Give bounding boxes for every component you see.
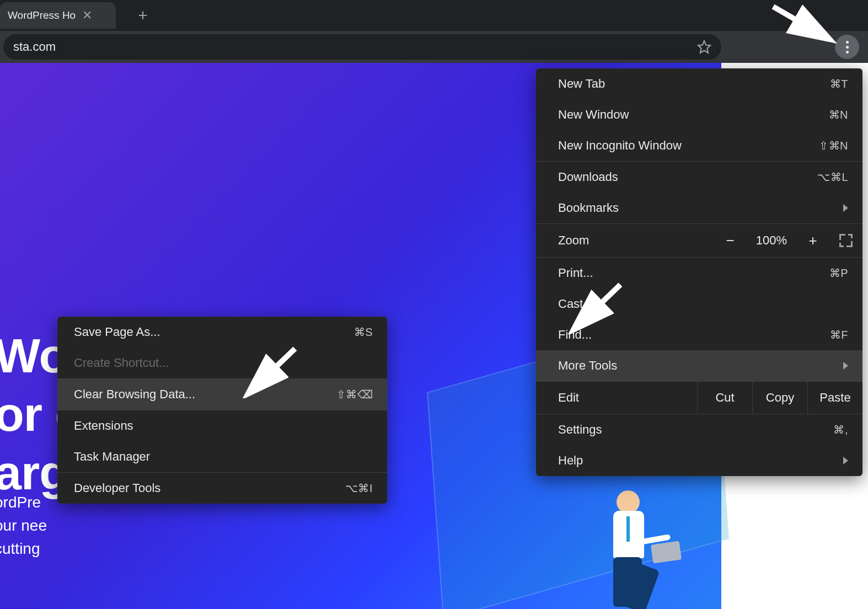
shortcut: ⌘S bbox=[354, 325, 373, 339]
shortcut: ⌘F bbox=[830, 328, 848, 341]
chrome-menu: New Tab ⌘T New Window ⌘N New Incognito W… bbox=[536, 68, 862, 476]
kebab-icon bbox=[846, 41, 849, 54]
hero-subtext: ordPre our nee cutting bbox=[0, 491, 47, 560]
menu-label: Task Manager bbox=[74, 450, 150, 464]
bookmark-star-icon[interactable] bbox=[697, 40, 711, 54]
menu-incognito[interactable]: New Incognito Window ⇧⌘N bbox=[536, 130, 862, 161]
browser-tab[interactable]: WordPress Ho ✕ bbox=[0, 2, 116, 29]
zoom-value: 100% bbox=[747, 233, 796, 248]
edit-copy-button[interactable]: Copy bbox=[752, 382, 807, 414]
more-tools-submenu: Save Page As... ⌘S Create Shortcut... Cl… bbox=[57, 317, 387, 504]
shortcut: ⌘, bbox=[833, 423, 848, 436]
menu-label: Downloads bbox=[558, 170, 618, 184]
new-tab-button[interactable]: + bbox=[131, 4, 154, 27]
address-bar: sta.com bbox=[0, 31, 868, 63]
menu-label: Find... bbox=[558, 328, 592, 342]
tab-title: WordPress Ho bbox=[8, 9, 76, 22]
zoom-out-button[interactable]: − bbox=[714, 224, 747, 257]
menu-downloads[interactable]: Downloads ⌥⌘L bbox=[536, 162, 862, 193]
submenu-developer-tools[interactable]: Developer Tools ⌥⌘I bbox=[57, 473, 387, 504]
shortcut: ⇧⌘N bbox=[819, 139, 848, 152]
menu-help[interactable]: Help bbox=[536, 445, 862, 476]
submenu-clear-browsing-data[interactable]: Clear Browsing Data... ⇧⌘⌫ bbox=[57, 379, 387, 410]
menu-find[interactable]: Find... ⌘F bbox=[536, 319, 862, 350]
menu-edit-row: Edit Cut Copy Paste bbox=[536, 382, 862, 414]
menu-label: Settings bbox=[558, 423, 602, 437]
menu-more-tools[interactable]: More Tools bbox=[536, 350, 862, 381]
edit-label: Edit bbox=[536, 391, 697, 405]
edit-cut-button[interactable]: Cut bbox=[697, 382, 752, 414]
chevron-right-icon bbox=[843, 204, 848, 212]
shortcut: ⌘T bbox=[830, 77, 848, 90]
hero-sub-3: cutting bbox=[0, 537, 47, 560]
submenu-save-page[interactable]: Save Page As... ⌘S bbox=[57, 317, 387, 348]
menu-label: More Tools bbox=[558, 359, 617, 373]
shortcut: ⌥⌘L bbox=[817, 170, 848, 184]
fullscreen-button[interactable] bbox=[829, 224, 862, 257]
menu-label: Developer Tools bbox=[74, 481, 160, 495]
url-field-container[interactable]: sta.com bbox=[3, 34, 721, 60]
menu-label: Help bbox=[558, 453, 583, 468]
menu-label: Cast... bbox=[558, 297, 593, 311]
close-tab-icon[interactable]: ✕ bbox=[81, 9, 93, 22]
hero-sub-2: our nee bbox=[0, 514, 47, 537]
chevron-right-icon bbox=[843, 362, 848, 370]
menu-cast[interactable]: Cast... bbox=[536, 289, 862, 319]
zoom-in-button[interactable]: + bbox=[796, 224, 829, 257]
toolbar-right bbox=[729, 35, 859, 59]
menu-label: Clear Browsing Data... bbox=[74, 387, 195, 402]
tab-strip: WordPress Ho ✕ + bbox=[0, 0, 868, 31]
shortcut: ⌥⌘I bbox=[345, 482, 373, 495]
submenu-create-shortcut: Create Shortcut... bbox=[57, 348, 387, 378]
menu-label: Save Page As... bbox=[74, 325, 160, 339]
menu-label: Bookmarks bbox=[558, 201, 619, 215]
shortcut: ⌘P bbox=[829, 266, 848, 280]
menu-label: New Window bbox=[558, 108, 629, 122]
menu-settings[interactable]: Settings ⌘, bbox=[536, 414, 862, 445]
menu-label: Create Shortcut... bbox=[74, 356, 169, 370]
menu-bookmarks[interactable]: Bookmarks bbox=[536, 193, 862, 223]
svg-marker-0 bbox=[698, 41, 710, 53]
menu-new-window[interactable]: New Window ⌘N bbox=[536, 99, 862, 130]
menu-print[interactable]: Print... ⌘P bbox=[536, 258, 862, 289]
chevron-right-icon bbox=[843, 457, 848, 464]
edit-paste-button[interactable]: Paste bbox=[807, 382, 862, 414]
submenu-extensions[interactable]: Extensions bbox=[57, 410, 387, 441]
zoom-label: Zoom bbox=[536, 233, 714, 248]
hero-sub-1: ordPre bbox=[0, 491, 47, 514]
menu-new-tab[interactable]: New Tab ⌘T bbox=[536, 68, 862, 99]
menu-label: New Tab bbox=[558, 77, 605, 91]
menu-zoom: Zoom − 100% + bbox=[536, 224, 862, 257]
menu-label: New Incognito Window bbox=[558, 138, 682, 153]
menu-label: Extensions bbox=[74, 419, 133, 433]
url-text: sta.com bbox=[13, 40, 697, 54]
submenu-task-manager[interactable]: Task Manager bbox=[57, 441, 387, 472]
shortcut: ⌘N bbox=[829, 108, 848, 121]
menu-label: Print... bbox=[558, 266, 593, 280]
shortcut: ⇧⌘⌫ bbox=[336, 388, 373, 401]
chrome-menu-button[interactable] bbox=[835, 35, 859, 59]
fullscreen-icon bbox=[839, 234, 853, 247]
